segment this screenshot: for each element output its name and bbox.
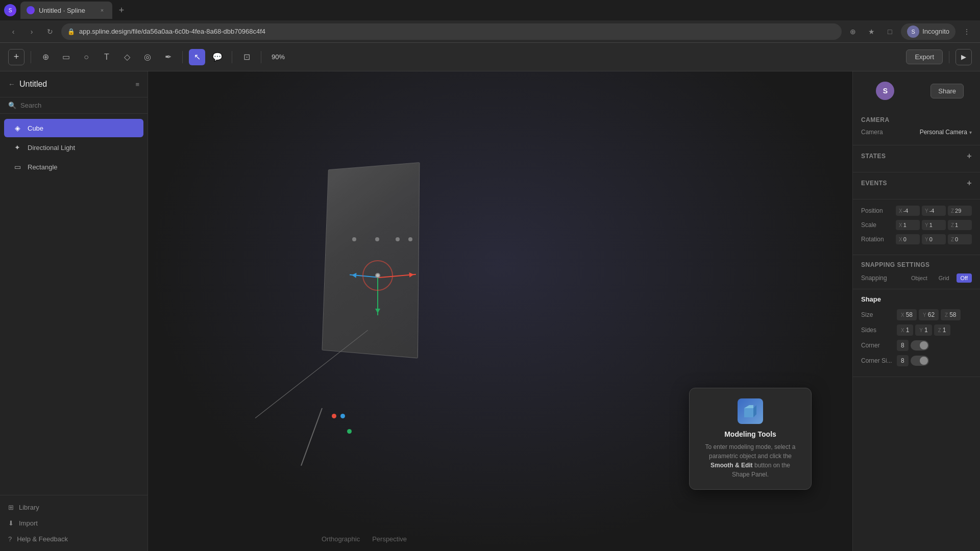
incognito-button[interactable]: S Incognito (901, 23, 955, 40)
size-x-field[interactable]: X 58 (897, 309, 917, 320)
nav-refresh-button[interactable]: ↻ (43, 24, 57, 39)
sidebar-search[interactable]: 🔍 (0, 97, 148, 114)
perspective-label[interactable]: Perspective (372, 535, 407, 543)
import-button[interactable]: ⬇ Import (0, 515, 148, 531)
nav-bar: ‹ › ↻ 🔒 app.spline.design/file/da56a0aa-… (0, 20, 980, 43)
help-button[interactable]: ? Help & Feedback (0, 531, 148, 547)
incognito-avatar: S (907, 26, 919, 38)
rotation-label: Rotation (861, 236, 892, 243)
profile-icon[interactable]: □ (883, 24, 897, 39)
transform-point-3 (396, 237, 400, 241)
size-z-field[interactable]: Z 58 (941, 309, 960, 320)
corner-size-value-field[interactable]: 8 (897, 355, 909, 366)
corner-size-label: Corner Si... (861, 357, 897, 364)
tool-frame[interactable]: ⊡ (238, 49, 255, 65)
library-button[interactable]: ⊞ Library (0, 499, 148, 515)
new-tab-button[interactable]: + (114, 3, 129, 17)
scale-y-value: 1 (929, 222, 933, 228)
sidebar-item-cube[interactable]: ◈ Cube (4, 119, 143, 137)
corner-value-field[interactable]: 8 (897, 340, 909, 351)
tab-close-button[interactable]: × (98, 6, 106, 14)
tool-pointer[interactable]: ↖ (189, 49, 205, 65)
search-input[interactable] (20, 102, 139, 109)
viewport[interactable]: Modeling Tools To enter modeling mode, s… (148, 71, 852, 551)
corner-size-toggle[interactable] (911, 356, 929, 366)
right-panel-top: S Share (853, 71, 980, 110)
tool-comment[interactable]: 💬 (209, 49, 226, 65)
modeling-tools-desc: To enter modeling mode, select a paramet… (702, 442, 799, 479)
cube-icon: ◈ (12, 123, 22, 133)
corner-size-value: 8 (901, 357, 904, 364)
sidebar-menu-button[interactable]: ≡ (135, 81, 139, 88)
rotation-x-field[interactable]: X 0 (896, 234, 920, 244)
sidebar-item-directional-light[interactable]: ✦ Directional Light (4, 138, 143, 157)
position-fields: X -4 Y -4 Z 29 (896, 206, 972, 216)
extension-icon[interactable]: ⊕ (846, 24, 860, 39)
states-add-button[interactable]: + (967, 152, 972, 161)
snapping-object-option[interactable]: Object (907, 273, 932, 283)
tool-text[interactable]: T (99, 49, 115, 65)
y-axis-arrow (375, 309, 380, 316)
corner-toggle[interactable] (911, 340, 929, 350)
menu-icon[interactable]: ⋮ (960, 24, 974, 39)
sidebar-item-rectangle[interactable]: ▭ Rectangle (4, 158, 143, 176)
scale-z-value: 1 (955, 222, 958, 228)
export-button[interactable]: Export (906, 49, 943, 64)
position-z-field[interactable]: Z 29 (948, 206, 972, 216)
tool-ring[interactable]: ◎ (139, 49, 156, 65)
rotation-y-field[interactable]: Y 0 (922, 234, 946, 244)
position-x-field[interactable]: X -4 (896, 206, 920, 216)
sidebar-back-button[interactable]: ← (8, 80, 15, 88)
tool-ellipse[interactable]: ○ (78, 49, 94, 65)
scene-dots (332, 414, 345, 418)
scale-y-field[interactable]: Y 1 (922, 220, 946, 230)
rotation-y-value: 0 (929, 236, 933, 242)
sides-y-field[interactable]: Y 1 (915, 324, 932, 336)
help-label: Help & Feedback (17, 535, 68, 543)
transform-point-4 (408, 237, 412, 241)
transform-widget (347, 235, 429, 327)
position-y-field[interactable]: Y -4 (922, 206, 946, 216)
transform-section: Position X -4 Y -4 Z 29 (853, 199, 980, 255)
tool-pen[interactable]: ✒ (160, 49, 176, 65)
sidebar: ← Untitled ≡ 🔍 ◈ Cube ✦ Directional Ligh… (0, 71, 148, 551)
snapping-toggle[interactable]: Off (957, 273, 972, 283)
address-bar[interactable]: 🔒 app.spline.design/file/da56a0aa-6c0b-4… (61, 23, 842, 40)
tool-rectangle[interactable]: ▭ (58, 49, 74, 65)
size-y-value: 62 (928, 311, 935, 318)
add-object-button[interactable]: + (8, 49, 24, 65)
toolbar-right: Export ▶ (906, 49, 972, 65)
nav-back-button[interactable]: ‹ (6, 24, 20, 39)
toolbar-divider-3 (232, 51, 232, 63)
camera-value[interactable]: Personal Camera ▾ (920, 129, 972, 136)
size-y-field[interactable]: Y 62 (919, 309, 939, 320)
chevron-down-icon: ▾ (969, 130, 972, 135)
snapping-row: Snapping Object Grid Off (861, 273, 972, 283)
sidebar-item-cube-label: Cube (28, 124, 43, 132)
snapping-label: Snapping (861, 274, 904, 282)
z-axis-label: Z (951, 208, 954, 214)
sides-z-field[interactable]: Z 1 (934, 324, 950, 336)
rectangle-icon: ▭ (12, 162, 22, 172)
sides-x-field[interactable]: X 1 (897, 324, 913, 336)
camera-label: Camera (861, 129, 883, 136)
share-button[interactable]: Share (930, 84, 964, 98)
camera-section-header: Camera (861, 116, 972, 123)
active-tab[interactable]: Untitled · Spline × (20, 2, 112, 19)
size-label: Size (861, 311, 897, 318)
browser-logo: S (4, 4, 16, 16)
orthographic-label[interactable]: Orthographic (322, 535, 360, 543)
snapping-grid-option[interactable]: Grid (935, 273, 953, 283)
scale-x-field[interactable]: X 1 (896, 220, 920, 230)
rotation-z-field[interactable]: Z 0 (948, 234, 972, 244)
tab-bar: S Untitled · Spline × + (0, 0, 980, 20)
events-add-button[interactable]: + (967, 179, 972, 188)
bookmark-icon[interactable]: ★ (864, 24, 878, 39)
nav-forward-button[interactable]: › (24, 24, 39, 39)
scale-z-field[interactable]: Z 1 (948, 220, 972, 230)
tool-select[interactable]: ⊕ (37, 49, 54, 65)
play-button[interactable]: ▶ (955, 49, 972, 65)
transform-point-1 (352, 237, 356, 241)
tool-3d[interactable]: ◇ (119, 49, 135, 65)
y-axis-label: Y (925, 208, 928, 214)
